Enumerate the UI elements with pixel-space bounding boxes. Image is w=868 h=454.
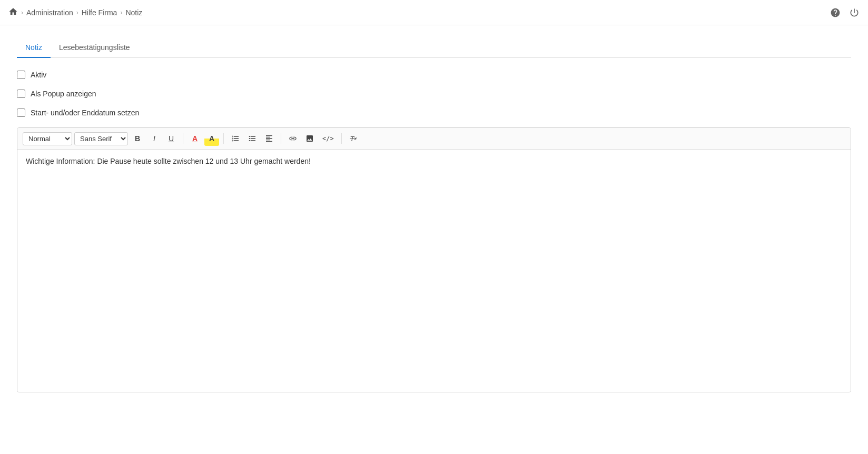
link-button[interactable] <box>285 131 300 146</box>
italic-button[interactable]: I <box>147 131 162 146</box>
toolbar-sep-1 <box>183 133 183 144</box>
unordered-list-button[interactable] <box>245 131 260 146</box>
format-select[interactable]: Normal Heading 1 Heading 2 Heading 3 <box>23 132 72 145</box>
home-icon <box>8 7 18 18</box>
checkbox-datum-row: Start- und/oder Enddatum setzen <box>17 108 851 117</box>
checkbox-aktiv-label: Aktiv <box>31 71 46 79</box>
toolbar-sep-3 <box>281 133 281 144</box>
align-button[interactable] <box>262 131 277 146</box>
navbar-actions <box>830 7 860 18</box>
breadcrumb-sep-2: › <box>76 9 78 16</box>
breadcrumb-hilfe-firma[interactable]: Hilfe Firma <box>82 8 117 17</box>
font-color-button[interactable]: A <box>188 131 202 146</box>
editor-container: Normal Heading 1 Heading 2 Heading 3 San… <box>17 127 851 392</box>
checkbox-aktiv[interactable] <box>17 71 25 79</box>
breadcrumb-notiz: Notiz <box>125 8 142 17</box>
highlight-button[interactable]: A <box>204 131 219 146</box>
breadcrumb-home[interactable] <box>8 7 18 18</box>
checkbox-als-popup[interactable] <box>17 90 25 98</box>
navbar: › Administration › Hilfe Firma › Notiz <box>0 0 868 25</box>
editor-body[interactable]: Wichtige Information: Die Pause heute so… <box>17 150 851 392</box>
toolbar-sep-2 <box>223 133 224 144</box>
checkbox-popup-row: Als Popup anzeigen <box>17 90 851 98</box>
power-icon[interactable] <box>849 7 860 18</box>
tab-lesebestatigungsliste[interactable]: Lesebestätigungsliste <box>51 38 139 58</box>
tabs: Notiz Lesebestätigungsliste <box>17 38 851 58</box>
breadcrumb: › Administration › Hilfe Firma › Notiz <box>8 7 142 18</box>
editor-toolbar: Normal Heading 1 Heading 2 Heading 3 San… <box>17 128 851 150</box>
bold-button[interactable]: B <box>130 131 145 146</box>
breadcrumb-sep-3: › <box>120 9 122 16</box>
checkbox-datum-setzen-label: Start- und/oder Enddatum setzen <box>31 108 139 117</box>
clear-format-button[interactable]: Tx <box>346 131 361 146</box>
breadcrumb-administration[interactable]: Administration <box>26 8 73 17</box>
breadcrumb-sep-1: › <box>21 9 23 16</box>
underline-button[interactable]: U <box>164 131 179 146</box>
ordered-list-button[interactable] <box>228 131 243 146</box>
font-select[interactable]: Sans Serif Serif Monospace <box>74 132 128 145</box>
code-button[interactable]: </> <box>319 131 337 146</box>
tab-notiz[interactable]: Notiz <box>17 38 51 58</box>
toolbar-sep-4 <box>341 133 342 144</box>
checkbox-als-popup-label: Als Popup anzeigen <box>31 90 96 98</box>
checkbox-aktiv-row: Aktiv <box>17 71 851 79</box>
main-content: Notiz Lesebestätigungsliste Aktiv Als Po… <box>0 25 868 454</box>
editor-content: Wichtige Information: Die Pause heute so… <box>26 157 311 165</box>
image-button[interactable] <box>302 131 317 146</box>
checkbox-datum-setzen[interactable] <box>17 108 25 117</box>
help-icon[interactable] <box>830 7 841 18</box>
